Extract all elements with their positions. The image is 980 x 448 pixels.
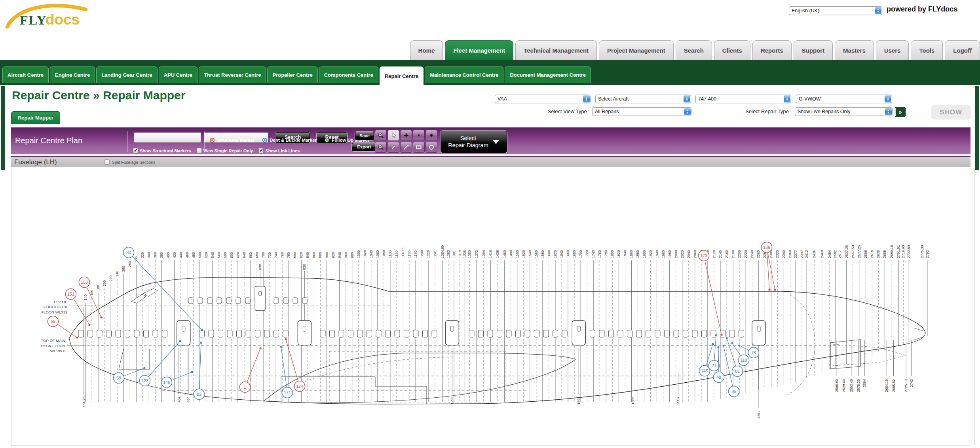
- station-label: 1520: [522, 250, 526, 258]
- language-select[interactable]: English (UK) ▲▼: [789, 6, 882, 15]
- ellipse-icon[interactable]: [425, 142, 437, 153]
- subtab-maintenance-control-centre[interactable]: Maintenance Control Centre: [425, 66, 503, 83]
- cabin-window: [665, 330, 670, 337]
- subtab-repair-centre[interactable]: Repair Centre: [380, 66, 424, 85]
- repair-marker-label[interactable]: 145: [701, 368, 708, 373]
- repair-marker-label[interactable]: 1: [244, 385, 246, 389]
- checkbox-show-link-lines[interactable]: [258, 148, 264, 153]
- subtab-landing-gear-centre[interactable]: Landing Gear Centre: [96, 66, 158, 83]
- tab-clients[interactable]: Clients: [714, 40, 750, 60]
- pencil-icon[interactable]: [387, 142, 399, 153]
- station-label: 380: [160, 252, 163, 258]
- repair-marker-label[interactable]: 59: [51, 319, 55, 324]
- tab-project-management[interactable]: Project Management: [599, 40, 674, 60]
- repair-marker-label[interactable]: 151: [67, 292, 74, 296]
- checkbox-show-structural-markers[interactable]: [133, 148, 138, 153]
- repair-marker-label[interactable]: 71: [712, 363, 716, 368]
- repair-marker-label[interactable]: 124: [296, 384, 303, 389]
- aircraft-type-select[interactable]: 747-400 ▲▼: [695, 95, 791, 103]
- station-label: 2537.25: [845, 245, 849, 258]
- station-label: 1180: [414, 251, 418, 258]
- station-label: 1060: [376, 250, 380, 258]
- upper-deck-window: [217, 298, 222, 304]
- plus-marker-icon[interactable]: [400, 130, 412, 141]
- repair-marker-label[interactable]: 173: [700, 253, 707, 258]
- dot-marker-icon[interactable]: [425, 130, 437, 141]
- station-label: 800: [293, 252, 297, 258]
- subtab-engine-centre[interactable]: Engine Centre: [50, 66, 95, 83]
- tab-users[interactable]: Users: [876, 40, 909, 60]
- left-edge-strip: [1, 86, 5, 170]
- station-label: 520: [204, 252, 208, 258]
- split-fuselage-checkbox[interactable]: [104, 159, 110, 165]
- cabin-window: [729, 330, 735, 337]
- station-label: 1241: [433, 250, 437, 258]
- station-label: 420: [173, 252, 177, 258]
- tab-home[interactable]: Home: [410, 40, 443, 60]
- repair-marker-label[interactable]: 123: [141, 378, 148, 383]
- repair-search-input-1[interactable]: [134, 132, 201, 143]
- cabin-window: [711, 330, 716, 337]
- repair-marker-label[interactable]: 30: [126, 250, 131, 255]
- repair-mapper-tab[interactable]: Repair Mapper: [11, 111, 60, 124]
- subtab-thrust-reverser-centre[interactable]: Thrust Reverser Centre: [199, 66, 266, 83]
- tab-masters[interactable]: Masters: [835, 40, 874, 60]
- aircraft-select[interactable]: Select Aircraft ▲▼: [595, 95, 691, 103]
- line-icon[interactable]: [400, 142, 412, 153]
- subtab-document-management-centre[interactable]: Document Management Centre: [505, 66, 591, 83]
- repair-marker-label[interactable]: 82: [197, 392, 201, 397]
- export-button[interactable]: Export: [352, 143, 376, 151]
- station-label: 1720: [585, 250, 589, 258]
- station-label: 2260: [756, 250, 760, 258]
- subtab-propeller-centre[interactable]: Propeller Centre: [267, 66, 317, 83]
- vertical-scrollbar[interactable]: [969, 170, 975, 445]
- triangle-marker-icon[interactable]: [413, 130, 425, 141]
- view-type-select[interactable]: All Repairs ▲▼: [592, 107, 691, 116]
- marker-leader-line: [286, 339, 300, 386]
- repair-marker-label[interactable]: 171: [284, 390, 291, 395]
- tab-fleet-management[interactable]: Fleet Management: [445, 40, 513, 60]
- station-label: 2792: [925, 250, 929, 258]
- repair-type-select[interactable]: Show Live Repairs Only ▲▼: [795, 107, 893, 116]
- repair-marker-label[interactable]: 69: [116, 376, 121, 380]
- fuselage-section-bar: Fuselage (LH) Split Fuselage Sections: [11, 156, 971, 167]
- repair-marker-label[interactable]: 146: [163, 380, 170, 385]
- repair-marker-label[interactable]: 118: [741, 358, 747, 363]
- go-button[interactable]: »: [895, 107, 906, 117]
- marker-leader-line: [281, 347, 287, 393]
- tab-search[interactable]: Search: [676, 40, 712, 60]
- tab-tools[interactable]: Tools: [911, 40, 943, 60]
- registration-select[interactable]: G-VWOW ▲▼: [796, 95, 892, 103]
- save-button[interactable]: Save: [355, 132, 374, 140]
- marker-target-dot: [722, 345, 724, 347]
- annotation-text: TOP OF: [53, 300, 67, 304]
- repair-marker-label[interactable]: 81: [735, 369, 740, 374]
- select-diagram-line2: Repair Diagram: [448, 142, 488, 149]
- repair-marker-label[interactable]: 78: [751, 350, 756, 355]
- rectangle-icon[interactable]: [413, 142, 425, 153]
- station-label: 1580: [541, 250, 545, 258]
- station-label: 600: [230, 252, 234, 258]
- tab-support[interactable]: Support: [794, 40, 833, 60]
- subtab-apu-centre[interactable]: APU Centre: [159, 66, 198, 83]
- subtab-components-centre[interactable]: Components Centre: [319, 66, 378, 83]
- repair-marker-label[interactable]: 48: [716, 375, 721, 380]
- tab-logoff[interactable]: Logoff: [945, 40, 980, 60]
- repair-marker-label[interactable]: 136: [763, 245, 770, 250]
- select-cursor-icon[interactable]: [387, 130, 399, 141]
- marker-legend: Structural MarkerDent & Buckle MarkerFol…: [210, 138, 370, 142]
- station-label: 2577.25: [857, 245, 861, 258]
- show-button[interactable]: SHOW: [931, 105, 971, 120]
- repair-marker-label[interactable]: 85: [731, 389, 736, 394]
- operator-select[interactable]: VAA ▲▼: [495, 95, 591, 103]
- repair-marker-label[interactable]: 153: [81, 280, 88, 285]
- tab-reports[interactable]: Reports: [752, 40, 792, 60]
- marker-target-dot: [143, 367, 145, 369]
- zoom-in-icon[interactable]: [375, 130, 387, 141]
- select-repair-diagram-dropdown[interactable]: Select Repair Diagram: [441, 131, 507, 153]
- checkbox-view-single-repair-only[interactable]: [197, 148, 202, 153]
- toolbar-checkboxes: Show Structural MarkersView Single Repai…: [133, 148, 300, 153]
- zoom-out-icon[interactable]: [375, 142, 387, 153]
- subtab-aircraft-centre[interactable]: Aircraft Centre: [2, 66, 49, 83]
- tab-technical-management[interactable]: Technical Management: [515, 40, 597, 60]
